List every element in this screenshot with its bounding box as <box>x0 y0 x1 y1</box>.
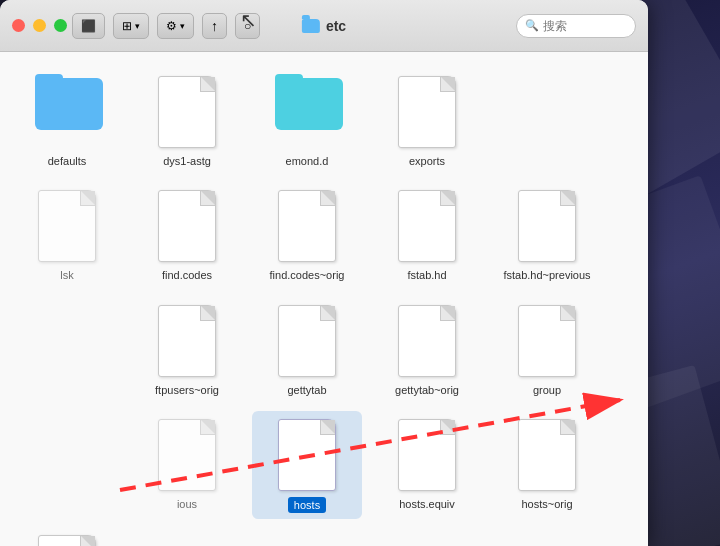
file-label: lsk <box>60 268 73 282</box>
folder-icon <box>35 74 99 150</box>
list-item[interactable]: dys1-astg <box>132 68 242 174</box>
toolbar: ⬛ ⊞ ▾ ⚙ ▾ ↑ ○ etc 🔍 <box>12 13 636 39</box>
spacer <box>12 297 22 403</box>
tag-icon: ○ <box>244 19 251 33</box>
file-label: fstab.hd <box>407 268 446 282</box>
file-label: gettytab <box>287 383 326 397</box>
file-doc-icon <box>515 303 579 379</box>
list-item[interactable]: fstab.hd~previous <box>492 182 602 288</box>
file-label: ious <box>177 497 197 511</box>
list-item[interactable]: lsk <box>12 182 122 288</box>
title-bar: ⬛ ⊞ ▾ ⚙ ▾ ↑ ○ etc 🔍 <box>0 0 648 52</box>
folder-body <box>35 78 103 130</box>
share-icon: ↑ <box>211 18 218 34</box>
file-label: fstab.hd~previous <box>503 268 590 282</box>
file-doc-icon-selected <box>275 417 339 493</box>
file-label: defaults <box>48 154 87 168</box>
list-item[interactable]: gettytab~orig <box>372 297 482 403</box>
tag-button[interactable]: ○ <box>235 13 260 39</box>
search-icon: 🔍 <box>525 19 539 32</box>
folder-teal-icon <box>275 74 339 150</box>
file-doc-icon <box>515 188 579 264</box>
list-item[interactable]: group <box>492 297 602 403</box>
file-label: find.codes <box>162 268 212 282</box>
file-doc-icon <box>395 188 459 264</box>
share-button[interactable]: ↑ <box>202 13 227 39</box>
file-label: ftpusers~orig <box>155 383 219 397</box>
list-item[interactable]: ftpusers~orig <box>132 297 242 403</box>
file-doc-icon <box>395 417 459 493</box>
file-doc-icon <box>35 188 99 264</box>
grid-icon: ⊞ <box>122 19 132 33</box>
list-item[interactable]: ious <box>132 411 242 519</box>
view-toggle-button[interactable]: ⊞ ▾ <box>113 13 149 39</box>
finder-window: ⬛ ⊞ ▾ ⚙ ▾ ↑ ○ etc 🔍 <box>0 0 648 546</box>
file-doc-icon <box>395 74 459 150</box>
maximize-button[interactable] <box>54 19 67 32</box>
file-label: exports <box>409 154 445 168</box>
window-controls <box>12 19 67 32</box>
sidebar-toggle-button[interactable]: ⬛ <box>72 13 105 39</box>
sidebar-icon: ⬛ <box>81 19 96 33</box>
file-doc-icon <box>155 188 219 264</box>
content-area: defaults dys1-astg emond.d <box>0 52 648 546</box>
list-item[interactable]: inq1-astg <box>12 527 122 546</box>
file-doc-icon <box>155 417 219 493</box>
spacer <box>12 411 22 519</box>
list-item[interactable]: hosts <box>252 411 362 519</box>
file-label: emond.d <box>286 154 329 168</box>
file-label: gettytab~orig <box>395 383 459 397</box>
chevron-down-icon-2: ▾ <box>180 21 185 31</box>
list-item[interactable]: hosts~orig <box>492 411 602 519</box>
file-label: find.codes~orig <box>270 268 345 282</box>
list-item[interactable]: gettytab <box>252 297 362 403</box>
file-doc-icon <box>515 417 579 493</box>
file-doc-icon <box>35 533 99 546</box>
file-label: hosts <box>288 497 326 513</box>
gear-icon: ⚙ <box>166 19 177 33</box>
list-item[interactable]: find.codes <box>132 182 242 288</box>
chevron-down-icon: ▾ <box>135 21 140 31</box>
file-label: group <box>533 383 561 397</box>
file-grid: defaults dys1-astg emond.d <box>8 68 640 546</box>
list-item[interactable]: emond.d <box>252 68 362 174</box>
search-input[interactable] <box>543 19 623 33</box>
title-folder-icon <box>302 19 320 33</box>
close-button[interactable] <box>12 19 25 32</box>
file-label: dys1-astg <box>163 154 211 168</box>
list-item[interactable]: find.codes~orig <box>252 182 362 288</box>
file-label: hosts.equiv <box>399 497 455 511</box>
window-title-area: etc <box>302 18 346 34</box>
file-doc-icon <box>155 74 219 150</box>
list-item[interactable]: defaults <box>12 68 122 174</box>
file-doc-icon <box>155 303 219 379</box>
file-doc-icon <box>275 188 339 264</box>
spacer <box>492 68 502 174</box>
window-title: etc <box>326 18 346 34</box>
list-item[interactable]: exports <box>372 68 482 174</box>
search-box[interactable]: 🔍 <box>516 14 636 38</box>
file-label: hosts~orig <box>521 497 572 511</box>
list-item[interactable]: fstab.hd <box>372 182 482 288</box>
folder-body <box>275 78 343 130</box>
minimize-button[interactable] <box>33 19 46 32</box>
list-item[interactable]: hosts.equiv <box>372 411 482 519</box>
action-button[interactable]: ⚙ ▾ <box>157 13 194 39</box>
file-doc-icon <box>275 303 339 379</box>
file-doc-icon <box>395 303 459 379</box>
